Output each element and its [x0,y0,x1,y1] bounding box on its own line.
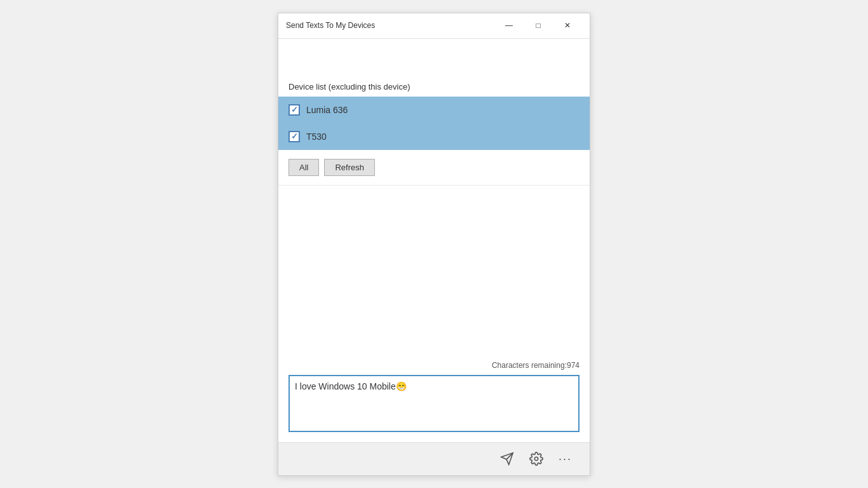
device-name-lumia: Lumia 636 [306,105,348,115]
more-icon: ··· [559,452,572,466]
main-window: Send Texts To My Devices — □ ✕ Device li… [278,13,590,476]
message-area [278,186,590,357]
device-list: Lumia 636 T530 [278,97,590,150]
gear-icon [529,452,543,466]
top-spacer [278,39,590,77]
svg-point-2 [534,457,538,461]
message-input[interactable]: I love Windows 10 Mobile😁 [288,375,580,432]
all-button[interactable]: All [288,159,319,176]
send-button[interactable] [498,449,517,468]
minimize-button[interactable]: — [494,15,524,36]
close-button[interactable]: ✕ [553,15,582,36]
chars-remaining: Characters remaining:974 [278,357,590,372]
window-title: Send Texts To My Devices [286,21,375,30]
refresh-button[interactable]: Refresh [324,159,375,176]
device-item-t530[interactable]: T530 [278,123,590,150]
checkbox-t530[interactable] [288,131,300,142]
title-bar: Send Texts To My Devices — □ ✕ [278,13,590,39]
device-name-t530: T530 [306,132,327,142]
device-item-lumia[interactable]: Lumia 636 [278,97,590,123]
bottom-bar: ··· [278,442,590,475]
button-bar: All Refresh [278,150,590,186]
more-button[interactable]: ··· [556,450,574,468]
checkbox-lumia[interactable] [288,104,300,116]
device-list-label: Device list (excluding this device) [278,77,590,97]
settings-button[interactable] [527,449,546,468]
title-bar-controls: — □ ✕ [494,15,582,36]
send-icon [500,452,514,466]
window-body: Device list (excluding this device) Lumi… [278,39,590,442]
text-input-area: I love Windows 10 Mobile😁 [278,372,590,442]
maximize-button[interactable]: □ [524,15,553,36]
